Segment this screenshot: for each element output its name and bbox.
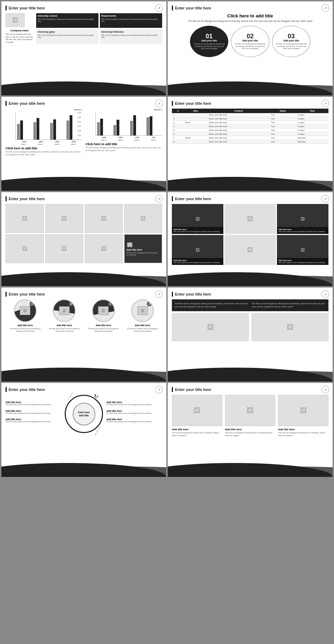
slide-number-19: 19 bbox=[326, 369, 329, 372]
s13-main-title[interactable]: Click here to add title bbox=[172, 13, 328, 18]
nav-icon-14[interactable]: ↗ bbox=[155, 100, 163, 107]
nav-icon-16[interactable]: ↗ bbox=[155, 195, 163, 203]
s13-circles: 01 Add your title The title can be chang… bbox=[172, 26, 328, 57]
slide-number-20: 20 bbox=[160, 464, 163, 467]
box-gains[interactable]: Internship gains Title can be changed by… bbox=[36, 29, 98, 44]
s17-cell-3[interactable]: 🖼 Add title here Title and content can b… bbox=[277, 204, 328, 234]
table-row: 2Enter your title hereTom2 years bbox=[172, 117, 328, 121]
slide-number-15: 15 bbox=[326, 178, 329, 181]
s21-img-2[interactable]: 🖼 bbox=[225, 395, 276, 426]
img-cell-5[interactable]: 🖼 bbox=[6, 234, 44, 263]
slide-18: Enter your title here ↗ 🖼 A Add title he… bbox=[1, 288, 166, 382]
chart-area-2 bbox=[95, 112, 162, 136]
slide-16: Enter your title here ↗ 🖼 🖼 🖼 🖼 🖼 🖼 🖼 🏢 … bbox=[1, 192, 166, 286]
wave-deco bbox=[1, 368, 166, 382]
wave-deco bbox=[168, 368, 333, 382]
s21-item-1: 🖼 Add title here Title can be changed by… bbox=[172, 395, 222, 437]
img-cell-7[interactable]: 🖼 bbox=[85, 234, 123, 263]
circle-03[interactable]: 03 Add your title The title can be chang… bbox=[272, 26, 310, 57]
table-row: 8Enter your title hereTomhalf-year bbox=[172, 140, 328, 144]
s13-subtitle: The title can be changed by clicking and… bbox=[172, 20, 328, 22]
slide-19-title: Enter your title here bbox=[172, 292, 328, 297]
s19-img-1[interactable]: 🖼 bbox=[172, 313, 249, 341]
wave-deco bbox=[1, 81, 166, 95]
img-cell-dark[interactable]: 🏢 Add title here Title can be changed by… bbox=[124, 234, 162, 263]
box-reflection[interactable]: Internship Reflection Title can be chang… bbox=[100, 29, 162, 44]
img-cell-2[interactable]: 🖼 bbox=[45, 204, 84, 233]
company-desc: Title can be changed and new input, in t… bbox=[6, 33, 33, 44]
slide-19: Enter your title here ↗ The title can be… bbox=[168, 288, 333, 382]
img-cell-4[interactable]: 🖼 bbox=[124, 204, 162, 233]
slide-17: Enter your title here ↗ 🖼 Add title here… bbox=[168, 192, 333, 286]
slide-grid: Enter your title here ↗ 🖼 Company name T… bbox=[0, 0, 334, 478]
slide-number-14: 14 bbox=[160, 178, 163, 181]
s19-top-section: The title can be changed by clicking and… bbox=[172, 299, 328, 311]
s19-text-1: The title can be changed by clicking and… bbox=[175, 302, 249, 308]
data-table: # Item Content Name Time 1Enter your tit… bbox=[172, 109, 328, 144]
table-row: 5Enter your title hereTom2 years bbox=[172, 128, 328, 132]
box-internship-content[interactable]: Internship content Title can be changed … bbox=[36, 13, 98, 28]
circle-02[interactable]: 02 Add your title The title can be chang… bbox=[231, 26, 269, 57]
slide-17-title: Enter your title here bbox=[172, 196, 328, 201]
nav-icon-20[interactable]: ↗ bbox=[155, 386, 163, 393]
wave-deco bbox=[168, 81, 333, 95]
slide-13-title: Enter your title here bbox=[172, 6, 328, 10]
slide-14-title: Enter your title here bbox=[6, 101, 162, 106]
wave-deco bbox=[168, 272, 333, 286]
s17-cell-1[interactable]: 🖼 Add title here Title and content can b… bbox=[172, 204, 223, 234]
nav-icon-19[interactable]: ↗ bbox=[321, 290, 329, 298]
company-name: Company name bbox=[6, 29, 33, 32]
col-header-name: Name bbox=[270, 109, 296, 113]
slide-16-title: Enter your title here bbox=[6, 196, 162, 201]
nav-icon-15[interactable]: ↗ bbox=[321, 100, 329, 107]
table-row: 7Item2Enter your title hereTomhalf-year bbox=[172, 136, 328, 140]
slide-21-title: Enter your title here bbox=[172, 387, 328, 392]
s19-img-2[interactable]: 🖼 bbox=[252, 313, 328, 341]
table-row: 3Item1Enter your title hereTom2 years bbox=[172, 121, 328, 125]
s17-cell-5[interactable]: 🖼 bbox=[224, 235, 276, 265]
s20-cycle-center[interactable]: Click hereAdd title ↻ Add title text Add… bbox=[65, 395, 103, 433]
company-image: 🖼 bbox=[6, 13, 25, 27]
box-requirements[interactable]: Requirements Title can be changed by cli… bbox=[100, 13, 162, 28]
y-labels-2: 6,0005,0004,0003,0002,0001,0000 bbox=[77, 112, 81, 141]
slide-15: Enter your title here ↗ # Item Content N… bbox=[168, 97, 333, 191]
image-grid-17: 🖼 Add title here Title and content can b… bbox=[172, 204, 328, 265]
s17-cell-4[interactable]: 🖼 Add title here Title and content can b… bbox=[172, 235, 223, 265]
table-row: 4Enter your title hereTom2 years bbox=[172, 125, 328, 128]
slide-number-13: 13 bbox=[326, 83, 329, 86]
s21-img-3[interactable]: 🖼 bbox=[278, 395, 328, 426]
wave-deco bbox=[168, 177, 333, 191]
slide-number-18: 18 bbox=[160, 369, 163, 372]
slide-20: Enter your title here ↗ Add title here T… bbox=[1, 383, 166, 477]
s18-item-a: 🖼 A Add title here The title and content… bbox=[7, 299, 43, 332]
s17-cell-6[interactable]: 🖼 Add title here Title and content can b… bbox=[277, 235, 328, 265]
s20-cycle-content: Add title here The title and content can… bbox=[6, 395, 162, 433]
image-grid-16: 🖼 🖼 🖼 🖼 🖼 🖼 🖼 🏢 Add title here Title can… bbox=[6, 204, 162, 263]
s21-img-1[interactable]: 🖼 bbox=[172, 395, 222, 426]
nav-icon-13[interactable]: ↗ bbox=[321, 4, 329, 12]
s17-cell-2[interactable]: 🖼 bbox=[224, 204, 276, 234]
col-header-time: Time bbox=[296, 109, 328, 113]
nav-icon-21[interactable]: ↗ bbox=[321, 386, 329, 393]
slide-21: Enter your title here ↗ 🖼 Add title here… bbox=[168, 383, 333, 477]
nav-icon-18[interactable]: ↗ bbox=[155, 290, 163, 298]
img-cell-3[interactable]: 🖼 bbox=[85, 204, 123, 233]
slide-15-title: Enter your title here bbox=[172, 101, 328, 106]
img-cell-6[interactable]: 🖼 bbox=[45, 234, 84, 263]
slide-number-12: 12 bbox=[160, 83, 163, 86]
col-header-num: # bbox=[172, 109, 184, 113]
slide-number-16: 16 bbox=[160, 273, 163, 276]
nav-icon-17[interactable]: ↗ bbox=[321, 195, 329, 203]
s20-left: Add title here The title and content can… bbox=[6, 401, 61, 427]
s21-item-2: 🖼 Add title here Title can be changed by… bbox=[225, 395, 276, 437]
slide-12: Enter your title here ↗ 🖼 Company name T… bbox=[1, 1, 166, 95]
slide-12-title: Enter your title here bbox=[6, 6, 162, 10]
slide-20-title: Enter your title here bbox=[6, 387, 162, 392]
wave-deco bbox=[1, 463, 166, 477]
chart-area-1 bbox=[15, 112, 82, 140]
slide-number-21: 21 bbox=[326, 464, 329, 467]
img-cell-1[interactable]: 🖼 bbox=[6, 204, 44, 233]
nav-icon-12[interactable]: ↗ bbox=[155, 4, 163, 12]
chart-1: Series 1 7,0006,0005,0004,0003,0002,0001… bbox=[6, 109, 82, 156]
circle-01[interactable]: 01 Add your title The title can be chang… bbox=[190, 26, 228, 57]
